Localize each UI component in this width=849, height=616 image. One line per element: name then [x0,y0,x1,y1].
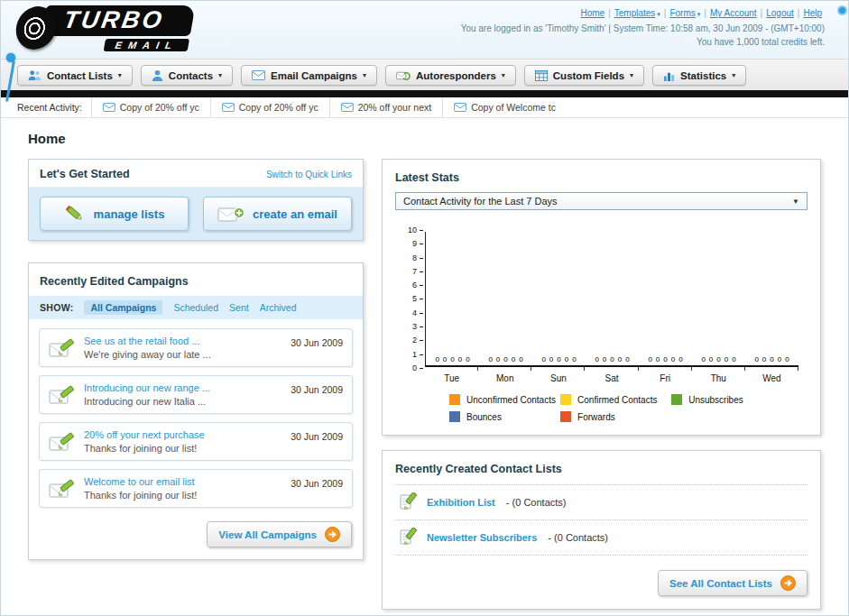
x-axis-tick [692,367,745,371]
campaign-title-link[interactable]: Introducing our new range ... [84,382,282,393]
statistics-icon [663,70,675,81]
live-help-icon[interactable] [837,5,847,15]
y-axis-label: 7 [412,268,423,276]
recent-activity-item[interactable]: Copy of Welcome tc [442,97,567,117]
chevron-down-icon: ▾ [118,71,122,79]
y-axis-label: 6 [412,281,423,290]
tab-autoresponders[interactable]: Autoresponders▾ [385,65,516,86]
bar-value: 0 [778,355,781,363]
bar-value: 0 [549,355,553,363]
campaign-row[interactable]: Introducing our new range ...Introducing… [39,375,353,414]
y-axis-label: 10 [408,226,423,234]
recent-activity-item[interactable]: Copy of 20% off yc [210,97,329,117]
tab-contact-lists[interactable]: Contact Lists▾ [17,65,133,86]
campaign-list: See us at the retail food ...We're givin… [29,319,363,518]
tab-label: Contacts [169,70,213,81]
get-started-card: Let's Get Started Switch to Quick Links … [28,159,364,241]
legend-item-confirmed-contacts: Confirmed Contacts [560,394,671,405]
campaign-title-link[interactable]: 20% off your next purchase [84,429,282,440]
chevron-down-icon: ▾ [657,10,660,20]
campaign-date: 30 Jun 2009 [291,478,343,489]
list-pencil-icon [399,528,419,547]
top-link-help[interactable]: Help [803,8,822,18]
tab-label: Custom Fields [553,70,624,81]
envelope-pencil-icon [49,337,76,360]
bar-value: 0 [678,355,682,363]
legend-item-forwards: Forwards [560,411,671,422]
tab-contacts[interactable]: Contacts▾ [141,65,233,86]
campaign-row[interactable]: 20% off your next purchaseThanks for joi… [39,422,353,461]
envelope-icon [341,103,354,112]
tab-custom-fields[interactable]: Custom Fields▾ [524,65,644,86]
campaign-row[interactable]: See us at the retail food ...We're givin… [39,328,353,367]
nav-separator: | [664,8,667,18]
x-axis-tick [531,367,585,371]
nav-separator: | [704,8,706,18]
manage-lists-label: manage lists [94,207,165,221]
activity-item-label: Copy of 20% off yc [239,102,318,113]
envelope-icon [454,103,466,112]
chevron-down-icon: ▾ [630,71,633,79]
tab-label: Autoresponders [416,70,496,81]
contact-list-row[interactable]: Newsletter Subscribers - (0 Contacts) [395,519,807,556]
filter-sent[interactable]: Sent [229,302,249,313]
contact-list-link[interactable]: Newsletter Subscribers [427,532,537,543]
get-started-title: Let's Get Started [40,168,130,180]
list-pencil-icon [399,492,419,512]
see-all-contact-lists-button[interactable]: See All Contact Lists [658,570,807,596]
main-content: Home Let's Get Started Switch to Quick L… [1,118,848,610]
bar-value: 0 [443,355,447,363]
campaign-title-link[interactable]: See us at the retail food ... [84,336,282,346]
envelope-pencil-icon [49,431,76,454]
autoresponders-icon [396,69,411,81]
view-all-campaigns-button[interactable]: View All Campaigns [207,521,352,547]
recent-activity-item[interactable]: Copy of 20% off yc [91,97,210,117]
campaign-date: 30 Jun 2009 [291,337,343,348]
contact-list-row[interactable]: Exhibition List - (0 Contacts) [395,484,807,519]
top-link-home[interactable]: Home [580,8,604,18]
campaign-subtitle: Thanks for joining our list! [84,490,282,501]
filter-all-campaigns[interactable]: All Campaigns [84,300,162,315]
chevron-down-icon: ▾ [218,71,222,79]
top-link-my-account[interactable]: My Account [710,8,757,18]
chevron-down-icon: ▾ [363,71,366,79]
tab-statistics[interactable]: Statistics▾ [652,65,746,86]
y-axis-label: 5 [412,295,423,303]
tab-email-campaigns[interactable]: Email Campaigns▾ [241,65,377,86]
bar-value: 0 [716,355,720,363]
top-link-templates[interactable]: Templates▾ [614,8,660,18]
filter-links: All CampaignsScheduledSentArchived [84,300,296,315]
y-axis-label: 0 [412,364,423,372]
top-link-logout[interactable]: Logout [766,8,794,18]
x-axis-label: Thu [692,373,745,383]
manage-lists-button[interactable]: manage lists [40,197,189,231]
recent-activity-item[interactable]: 20% off your next [329,97,443,117]
switch-quick-links-link[interactable]: Switch to Quick Links [266,170,352,179]
campaign-date: 30 Jun 2009 [291,431,343,442]
legend-swatch [449,411,460,422]
bar-value: 0 [625,355,629,363]
bar-value: 0 [701,355,705,363]
top-link-forms[interactable]: Forms▾ [669,8,700,18]
campaign-title-link[interactable]: Welcome to our email list [84,476,282,487]
bar-value: 0 [709,355,713,363]
create-email-button[interactable]: create an email [203,197,352,231]
bar-value: 0 [762,355,766,363]
campaign-subtitle: Introducing our new Italia ... [84,396,282,407]
chevron-down-icon: ▾ [732,71,735,79]
x-axis-label: Tue [425,373,478,383]
bar-value: 0 [754,355,758,363]
bar-value: 0 [618,355,622,363]
app-logo[interactable]: TURBO EMAIL [15,5,259,57]
campaign-text: 20% off your next purchaseThanks for joi… [84,429,282,454]
top-nav: Home|Templates▾|Forms▾|My Account|Logout… [461,6,825,21]
legend-label: Forwards [577,412,615,422]
envelope-icon [222,103,235,112]
bar-value: 0 [519,355,522,363]
bar-value: 0 [458,355,462,363]
filter-archived[interactable]: Archived [260,302,297,313]
contact-list-link[interactable]: Exhibition List [427,497,495,508]
filter-scheduled[interactable]: Scheduled [173,302,218,313]
stats-period-dropdown[interactable]: Contact Activity for the Last 7 Days ▼ [395,192,807,210]
campaign-row[interactable]: Welcome to our email listThanks for join… [39,469,353,508]
